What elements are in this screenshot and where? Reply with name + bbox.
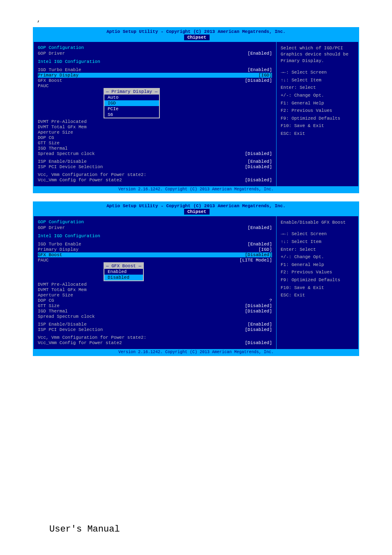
bios-title-1: Aptio Setup Utility - Copyright (C) 2013… [106, 29, 286, 34]
igd-title-2: Intel IGD Configuration [38, 234, 272, 238]
dropdown-item-disabled[interactable]: Disabled [104, 275, 143, 280]
bios-item-isp-pci: ISP PCI Device Selection [Disabled] [38, 164, 272, 169]
bios-content-2: GOP Configuration GOP Driver [Enabled] I… [34, 216, 358, 349]
dropdown-title-1: — Primary Display — [104, 89, 159, 95]
bios-item-aperture-2: Aperture Size [38, 293, 272, 298]
bios-item-igd-thermal: IGD Thermal [38, 146, 272, 151]
bios-item-primary-display-2: Primary Display [IGD] [38, 247, 272, 252]
bios-footer-2: Version 2.16.1242. Copyright (C) 2013 Am… [34, 349, 358, 355]
bios-item-gtt-2: GTT Size [Disabled] [38, 303, 272, 308]
keybindings-1: →←: Select Screen ↑↓: Select Item Enter:… [281, 69, 354, 137]
bios-left-2: GOP Configuration GOP Driver [Enabled] I… [34, 216, 276, 349]
bios-header-1: Aptio Setup Utility - Copyright (C) 2013… [34, 28, 358, 42]
gop-title-2: GOP Configuration [38, 220, 272, 224]
right-description-1: Select which of IGD/PCIGraphics device s… [281, 45, 354, 64]
bios-title-2: Aptio Setup Utility - Copyright (C) 2013… [106, 204, 286, 208]
bios-item-primary-display[interactable]: Primary Display [IGD] [38, 73, 272, 78]
bios-item-dop-cg: DOP CG [38, 135, 272, 140]
bios-content-1: GOP Configuration GOP Driver [Enabled] I… [34, 42, 358, 186]
right-description-2: Enable/Disable GFX Boost [281, 220, 354, 226]
gop-driver-label: GOP Driver [38, 51, 65, 56]
bios-item-spread-2: Spread Spectrum clock [38, 314, 272, 319]
bios-item-gtt: GTT Size [38, 141, 272, 146]
dropdown-item-igd[interactable]: IGD [104, 100, 159, 106]
gop-driver-row-2: GOP Driver [Enabled] [38, 225, 272, 230]
keybindings-2: →←: Select Screen ↑↓: Select Item Enter:… [281, 231, 354, 299]
bios-item-isp-2: ISP Enable/Disable [Enabled] [38, 322, 272, 327]
gop-section: GOP Configuration GOP Driver [Enabled] [38, 45, 272, 56]
bios-item-igd-turbo: IGD Turbo Enable [Enabled] [38, 67, 272, 72]
bios-item-dvmt-pre-2: DVMT Pre-Allocated [38, 282, 272, 287]
dropdown-item-pcie[interactable]: PCIe [104, 106, 159, 112]
bios-item-dvmt-total: DVMT Total GFx Mem [38, 125, 272, 130]
primary-display-dropdown[interactable]: — Primary Display — Auto IGD PCIe S6 [104, 88, 160, 118]
bios-item-dvmt-pre: DVMT Pre-Allocated [38, 119, 272, 124]
gop-driver-value: [Enabled] [248, 51, 272, 56]
bios-item-vcc-config-2: Vcc_Vmm Config for Power state2 [Disable… [38, 340, 272, 345]
bios-item-vcc-config: Vcc_Vmm Config for Power state2 [Disable… [38, 178, 272, 183]
dropdown-item-enabled[interactable]: Enabled [104, 269, 143, 275]
comma-mark: , [33, 16, 359, 23]
bios-left-1: GOP Configuration GOP Driver [Enabled] I… [34, 42, 276, 186]
gop-driver-label-2: GOP Driver [38, 225, 65, 230]
igd-title: Intel IGD Configuration [38, 59, 272, 64]
bios-panel-2: Aptio Setup Utility - Copyright (C) 2013… [33, 201, 359, 356]
bios-item-igd-thermal-2: IGD Thermal [Disabled] [38, 309, 272, 314]
bios-item-dvmt-total-2: DVMT Total GFx Mem [38, 287, 272, 292]
bios-item-spread: Spread Spectrum clock [Disabled] [38, 151, 272, 156]
gfx-boost-dropdown[interactable]: — GFX Boost — Enabled Disabled [104, 262, 144, 281]
gop-section-2: GOP Configuration GOP Driver [Enabled] [38, 220, 272, 230]
bios-item-dop-cg-2: DOP CG ? [38, 298, 272, 303]
dropdown-item-s6[interactable]: S6 [104, 112, 159, 118]
dropdown-item-auto[interactable]: Auto [104, 95, 159, 100]
user-manual-label: User's Manual [49, 524, 120, 534]
gop-driver-value-2: [Enabled] [248, 225, 272, 230]
bios-panel-1: Aptio Setup Utility - Copyright (C) 2013… [33, 27, 359, 193]
bios-footer-1: Version 2.16.1242. Copyright (C) 2013 Am… [34, 186, 358, 192]
bios-right-2: Enable/Disable GFX Boost →←: Select Scre… [276, 216, 358, 349]
bios-item-isp: ISP Enable/Disable [Enabled] [38, 159, 272, 164]
bios-item-gfx-boost: GFX Boost [Disabled] [38, 78, 272, 83]
bios-tab-2[interactable]: Chipset [184, 208, 210, 215]
bios-right-1: Select which of IGD/PCIGraphics device s… [276, 42, 358, 186]
dropdown-title-2: — GFX Boost — [104, 263, 143, 269]
bios-header-2: Aptio Setup Utility - Copyright (C) 2013… [34, 202, 358, 216]
bios-item-gfx-boost-2[interactable]: GFX Boost [Disabled] [38, 252, 272, 257]
bios-item-vcc-label-2: Vcc, Vmm Configuration for Power state2: [38, 335, 272, 340]
bios-item-isp-pci-2: ISP PCI Device Selection [Disabled] [38, 327, 272, 332]
gop-title: GOP Configuration [38, 45, 272, 50]
gop-driver-row: GOP Driver [Enabled] [38, 51, 272, 56]
bios-item-vcc-label: Vcc, Vmm Configuration for Power state2: [38, 172, 272, 177]
bios-item-aperture: Aperture Size [38, 130, 272, 135]
bios-tab-1[interactable]: Chipset [184, 34, 210, 41]
bios-item-igd-turbo-2: IGD Turbo Enable [Enabled] [38, 242, 272, 247]
